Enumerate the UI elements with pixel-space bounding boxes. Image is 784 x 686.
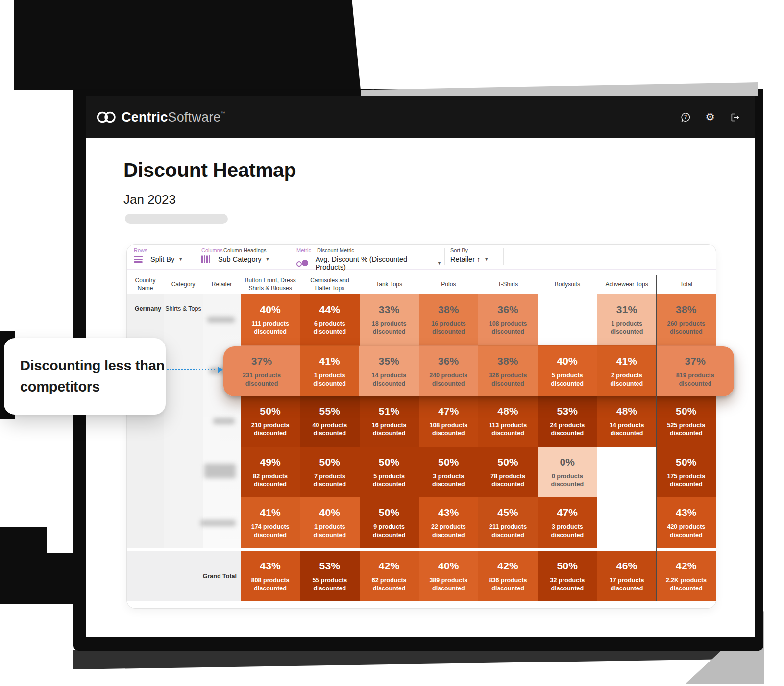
heatmap-cell[interactable]: 50%78 products discounted — [478, 447, 538, 498]
metric-section: Metric Discount Metric Avg. Discount % (… — [296, 245, 441, 269]
heatmap-cell[interactable]: 50%32 products discounted — [538, 551, 597, 601]
retailer-name-blurred — [213, 418, 235, 424]
heatmap-panel: Rows Split By▼ Columns Column Headings S… — [126, 244, 716, 609]
heatmap-cell[interactable]: 40%389 products discounted — [419, 551, 478, 601]
grand-total-label: Grand Total — [203, 573, 241, 580]
split-by-dropdown[interactable]: Split By▼ — [134, 255, 183, 263]
metric-icon — [296, 259, 309, 267]
background-shape-bottom-left-step — [47, 553, 77, 604]
heatmap-cell[interactable]: 50%3 products discounted — [419, 447, 478, 498]
columns-tag: Columns — [201, 247, 222, 253]
column-header: Activewear Tops — [597, 275, 657, 294]
column-header: Total — [657, 275, 716, 294]
heatmap-cell[interactable]: 40%111 products discounted — [241, 294, 300, 345]
device-mockup-top — [14, 0, 361, 90]
heatmap-cell[interactable]: 55%40 products discounted — [300, 396, 359, 447]
heatmap-cell[interactable]: 38%16 products discounted — [419, 294, 478, 345]
heatmap-cell[interactable]: 33%18 products discounted — [360, 294, 419, 345]
grand-total-cells: 43%808 products discounted53%55 products… — [241, 551, 716, 601]
heatmap-cell[interactable]: 37%231 products discounted — [223, 346, 300, 396]
page-subtitle: Jan 2023 — [123, 192, 176, 207]
device-edge-top-right — [361, 82, 758, 96]
retailer-name-blurred — [200, 520, 236, 526]
heatmap-cell[interactable]: 50%525 products discounted — [657, 396, 716, 447]
heatmap-cell[interactable]: 43%808 products discounted — [241, 551, 300, 601]
columns-icon — [201, 255, 210, 263]
country-value: Germany — [127, 305, 161, 312]
discount-metric-dropdown[interactable]: Avg. Discount % (Discounted Products)▼ — [296, 255, 441, 271]
heatmap-cell[interactable]: 45%211 products discounted — [478, 497, 538, 548]
heatmap-cell[interactable]: 49%82 products discounted — [241, 447, 300, 498]
heatmap-cell[interactable]: 37%819 products discounted — [657, 346, 735, 396]
corner-header: Category — [164, 275, 203, 294]
heatmap-cell[interactable]: 47%3 products discounted — [538, 497, 597, 548]
chevron-down-icon: ▼ — [484, 257, 489, 262]
heatmap-cell[interactable]: 42%62 products discounted — [360, 551, 419, 601]
heatmap-cell-empty — [597, 497, 657, 548]
device-base — [74, 650, 764, 669]
toolbar-divider — [291, 248, 291, 265]
help-icon[interactable]: ? — [680, 112, 691, 122]
heatmap-cell[interactable]: 50%175 products discounted — [657, 447, 716, 498]
heatmap-cell[interactable]: 36%240 products discounted — [419, 346, 478, 396]
metric-tag: Metric — [296, 247, 311, 253]
heatmap-cell[interactable]: 53%24 products discounted — [538, 396, 597, 447]
heatmap-cell[interactable]: 44%6 products discounted — [300, 294, 359, 345]
heatmap-cell[interactable]: 48%113 products discounted — [478, 396, 538, 447]
category-column — [164, 294, 203, 548]
heatmap-cell[interactable]: 47%108 products discounted — [419, 396, 478, 447]
corner-header: Retailer — [203, 275, 241, 294]
background-shape-bottom-left — [0, 527, 47, 604]
column-header: Polos — [419, 275, 478, 294]
heatmap-toolbar: Rows Split By▼ Columns Column Headings S… — [127, 245, 716, 270]
toolbar-divider — [196, 248, 196, 265]
heatmap-body: 40%111 products discounted44%6 products … — [241, 294, 716, 548]
column-header: Bodysuits — [538, 275, 597, 294]
heatmap-cell[interactable]: 38%260 products discounted — [657, 294, 716, 345]
heatmap-cell[interactable]: 41%174 products discounted — [241, 497, 300, 548]
chevron-down-icon: ▼ — [437, 261, 441, 266]
column-headers: Button Front, Dress Shirts & BlousesCami… — [241, 275, 716, 294]
heatmap-cell[interactable]: 50%7 products discounted — [300, 447, 359, 498]
heatmap-cell[interactable]: 41%1 products discounted — [300, 346, 359, 396]
heatmap-cell[interactable]: 40%5 products discounted — [538, 346, 597, 396]
total-column-separator — [656, 275, 657, 601]
highlighted-row[interactable]: 37%231 products discounted41%1 products … — [223, 346, 734, 396]
heatmap-cell[interactable]: 41%2 products discounted — [597, 346, 656, 396]
heatmap-cell[interactable]: 51%16 products discounted — [360, 396, 419, 447]
heatmap-cell[interactable]: 40%1 products discounted — [300, 497, 359, 548]
grand-total-row: Grand Total — [127, 551, 241, 601]
sub-category-dropdown[interactable]: Sub Category▼ — [201, 255, 270, 263]
heatmap-cell[interactable]: 50%9 products discounted — [360, 497, 419, 548]
heatmap-cell[interactable]: 43%22 products discounted — [419, 497, 478, 548]
annotation-arrow-icon — [167, 367, 223, 373]
heatmap-cell[interactable]: 50%5 products discounted — [360, 447, 419, 498]
heatmap-cell[interactable]: 0%0 products discounted — [538, 447, 597, 498]
country-column — [127, 294, 164, 548]
filter-pill-placeholder — [125, 214, 228, 224]
sort-section: Sort By Retailer ↑▼ — [450, 245, 499, 269]
logout-icon[interactable] — [729, 112, 740, 122]
heatmap-cell[interactable]: 31%1 products discounted — [597, 294, 657, 345]
sort-by-dropdown[interactable]: Retailer ↑▼ — [450, 255, 489, 263]
heatmap-cell[interactable]: 42%2.2K products discounted — [657, 551, 716, 601]
heatmap-cell[interactable]: 36%108 products discounted — [478, 294, 538, 345]
heatmap-cell[interactable]: 35%14 products discounted — [359, 346, 418, 396]
heatmap-cell[interactable]: 42%836 products discounted — [478, 551, 538, 601]
heatmap-cell[interactable]: 46%17 products discounted — [597, 551, 657, 601]
retailer-name-blurred — [207, 317, 235, 323]
annotation-callout: Discounting less than competitors — [4, 338, 166, 415]
heatmap-cell[interactable]: 38%326 products discounted — [478, 346, 538, 396]
corner-headers: Country NameCategoryRetailer — [127, 275, 241, 294]
columns-section: Columns Column Headings Sub Category▼ — [201, 245, 290, 269]
discount-metric-label: Discount Metric — [317, 247, 354, 253]
heatmap-cell[interactable]: 50%210 products discounted — [241, 396, 300, 447]
column-header: Tank Tops — [360, 275, 419, 294]
heatmap-cell-empty — [597, 447, 657, 498]
gear-icon[interactable]: ⚙ — [705, 112, 715, 122]
chevron-down-icon: ▼ — [266, 257, 270, 262]
heatmap-cell[interactable]: 53%55 products discounted — [300, 551, 359, 601]
heatmap-cell[interactable]: 48%14 products discounted — [597, 396, 657, 447]
heatmap-cell[interactable]: 43%420 products discounted — [657, 497, 716, 548]
sort-by-label: Sort By — [450, 247, 468, 253]
